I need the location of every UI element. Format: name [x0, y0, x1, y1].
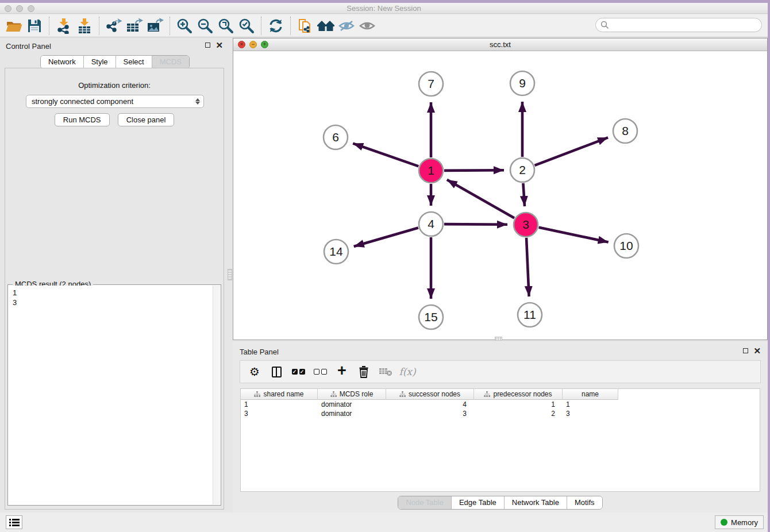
memory-button[interactable]: Memory	[715, 515, 764, 529]
minimize-window-button[interactable]	[16, 5, 23, 12]
import-network-button[interactable]	[53, 16, 74, 36]
criterion-select[interactable]: strongly connected component	[26, 95, 204, 108]
column-header-successor-nodes[interactable]: successor nodes	[386, 389, 474, 400]
graph-edge-1-2[interactable]	[444, 170, 504, 171]
column-header-predecessor-nodes[interactable]: predecessor nodes	[474, 389, 563, 400]
tab-mcds[interactable]: MCDS	[152, 56, 189, 68]
column-header-shared-name[interactable]: shared name	[241, 389, 318, 400]
tree-icon	[484, 391, 490, 398]
optimization-criterion-label: Optimization criterion:	[5, 81, 224, 90]
graph-edge-3-1[interactable]	[447, 180, 514, 218]
tab-network-table[interactable]: Network Table	[504, 496, 567, 509]
divider-grip-vertical[interactable]	[228, 269, 232, 280]
close-panel-icon[interactable]: ✕	[215, 42, 223, 48]
graph-edge-4-14[interactable]	[354, 228, 418, 246]
search-input[interactable]	[595, 18, 762, 32]
delete-table-button[interactable]	[376, 363, 395, 381]
frame-maximize-icon[interactable]: +	[261, 41, 268, 48]
mcds-result-list[interactable]: 1 3	[9, 286, 213, 504]
network-canvas[interactable]: 7968124314101511	[233, 51, 767, 340]
refresh-layout-button[interactable]	[265, 16, 286, 36]
table-panel: Table Panel ✕ ⚙ ✓✓ +	[233, 342, 768, 514]
column-header-name[interactable]: name	[563, 389, 618, 400]
graph-edge-3-10[interactable]	[539, 228, 609, 242]
toolbar-separator	[290, 17, 291, 35]
save-session-button[interactable]	[24, 16, 45, 36]
columns-icon	[272, 367, 282, 377]
graph-edge-4-3[interactable]	[444, 224, 507, 225]
plus-icon: +	[337, 362, 346, 380]
table-header-row: shared name MCDS role successor nodes pr…	[241, 389, 760, 400]
graph-node-label: 9	[519, 76, 526, 90]
tab-select[interactable]: Select	[116, 56, 152, 68]
tab-style[interactable]: Style	[83, 56, 116, 68]
zoom-out-button[interactable]	[195, 16, 215, 36]
close-window-button[interactable]	[5, 5, 11, 12]
zoom-selected-icon	[238, 18, 255, 34]
delete-table-icon	[379, 367, 392, 377]
deselect-all-button[interactable]	[310, 363, 330, 381]
table-panel-title: Table Panel	[240, 348, 279, 356]
network-frame-title: scc.txt	[233, 38, 767, 51]
tab-motifs[interactable]: Motifs	[567, 496, 602, 509]
eye-slash-icon	[338, 19, 355, 33]
first-neighbors-button[interactable]	[315, 16, 336, 36]
run-mcds-button[interactable]: Run MCDS	[55, 113, 110, 126]
float-panel-icon[interactable]	[205, 43, 210, 48]
frame-close-icon[interactable]: ×	[238, 41, 245, 48]
frame-minimize-icon[interactable]: −	[249, 41, 257, 48]
eye-icon	[359, 19, 376, 33]
criterion-value: strongly connected component	[32, 97, 133, 106]
graph-node-label: 6	[332, 130, 339, 144]
hide-selected-button[interactable]	[336, 16, 357, 36]
select-all-button[interactable]: ✓✓	[288, 363, 308, 381]
zoom-selected-button[interactable]	[236, 16, 257, 36]
clone-network-icon	[297, 17, 313, 34]
network-graph: 7968124314101511	[233, 51, 767, 340]
memory-status-icon	[721, 519, 727, 526]
table-row[interactable]: 1 dominator 4 1 1	[241, 400, 760, 409]
close-panel-button[interactable]: Close panel	[118, 113, 175, 126]
graph-node-label: 2	[519, 163, 526, 176]
divider-grip-horizontal[interactable]	[495, 337, 502, 341]
window-titlebar: Session: New Session	[0, 3, 768, 14]
network-frame-titlebar[interactable]: × − + scc.txt	[233, 38, 767, 51]
float-panel-icon[interactable]	[743, 348, 748, 353]
open-folder-icon	[5, 18, 22, 33]
graph-edge-3-11[interactable]	[526, 238, 529, 296]
graph-edge-2-8[interactable]	[535, 137, 609, 165]
function-builder-button[interactable]: f(x)	[398, 363, 417, 381]
toolbar-separator	[170, 17, 170, 35]
unchecked-boxes-icon	[314, 369, 327, 375]
show-all-button[interactable]	[357, 16, 378, 36]
clone-network-button[interactable]	[295, 16, 315, 36]
graph-node-label: 1	[428, 164, 434, 177]
result-scrollbar[interactable]	[213, 286, 220, 504]
graph-edge-2-3[interactable]	[523, 183, 525, 206]
network-frame: × − + scc.txt 7968124314101511	[233, 38, 768, 340]
tab-network[interactable]: Network	[41, 56, 83, 68]
export-image-button[interactable]	[145, 16, 165, 36]
settings-gear-button[interactable]: ⚙	[245, 363, 264, 381]
zoom-in-button[interactable]	[174, 16, 195, 36]
open-session-button[interactable]	[3, 16, 24, 36]
zoom-window-button[interactable]	[28, 5, 34, 12]
export-table-button[interactable]	[124, 16, 145, 36]
close-panel-icon[interactable]: ✕	[753, 348, 761, 354]
zoom-fit-button[interactable]	[215, 16, 236, 36]
zoom-out-icon	[197, 18, 213, 34]
tab-edge-table[interactable]: Edge Table	[451, 496, 504, 509]
toggle-columns-button[interactable]	[267, 363, 286, 381]
export-network-button[interactable]	[103, 16, 124, 36]
delete-column-button[interactable]	[354, 363, 374, 381]
task-history-button[interactable]	[6, 515, 22, 529]
column-header-mcds-role[interactable]: MCDS role	[318, 389, 386, 400]
import-table-button[interactable]	[74, 16, 95, 36]
tab-node-table[interactable]: Node Table	[398, 496, 451, 509]
graph-node-label: 3	[522, 218, 529, 231]
tree-icon	[330, 391, 337, 398]
add-column-button[interactable]: +	[332, 363, 352, 381]
graph-edge-1-6[interactable]	[353, 144, 418, 167]
table-row[interactable]: 3 dominator 3 2 3	[241, 409, 760, 418]
graph-node-label: 7	[428, 77, 434, 90]
